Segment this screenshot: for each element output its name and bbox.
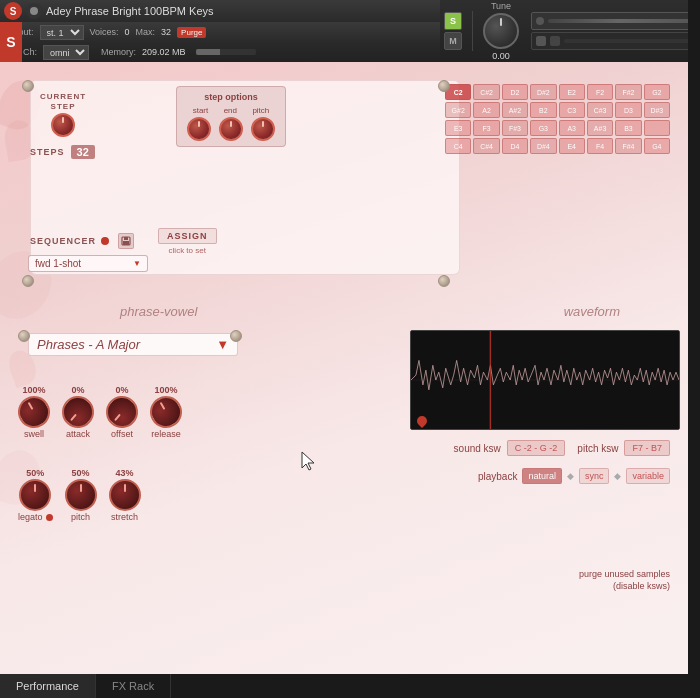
- playback-variable[interactable]: variable: [626, 468, 670, 484]
- offset-knob[interactable]: [99, 389, 144, 434]
- waveform-svg: [411, 331, 679, 429]
- step-options-labels: start end pitch: [185, 106, 277, 115]
- key-F3s[interactable]: F#3: [502, 120, 528, 136]
- current-step-knob[interactable]: [51, 113, 75, 137]
- key-C2s[interactable]: C#2: [473, 84, 499, 100]
- key-E4[interactable]: E4: [559, 138, 585, 154]
- key-C2[interactable]: C2: [445, 84, 471, 100]
- waveform-display: [410, 330, 680, 430]
- max-label: Max:: [136, 27, 156, 37]
- tab-fx-rack[interactable]: FX Rack: [96, 674, 171, 698]
- playback-sep1: ◆: [567, 471, 574, 481]
- m-button[interactable]: M: [444, 32, 462, 50]
- attack-knob-item: 0% attack: [62, 385, 94, 439]
- tab-performance[interactable]: Performance: [0, 674, 96, 698]
- legato-label: legato: [18, 512, 43, 522]
- attack-knob[interactable]: [55, 389, 100, 434]
- current-step-section: CURRENTSTEP: [40, 92, 86, 137]
- playback-row: playback natural ◆ sync ◆ variable: [478, 468, 670, 484]
- key-G2[interactable]: G2: [644, 84, 670, 100]
- pitch-knob[interactable]: [251, 117, 275, 141]
- key-D2s[interactable]: D#2: [530, 84, 556, 100]
- key-G4[interactable]: G4: [644, 138, 670, 154]
- tune-section: Tune 0.00: [483, 1, 519, 61]
- key-F2[interactable]: F2: [587, 84, 613, 100]
- release-knob[interactable]: [144, 390, 188, 434]
- swell-knob[interactable]: [12, 390, 56, 434]
- attack-pct: 0%: [71, 385, 84, 395]
- pitch-ksw-label: pitch ksw: [577, 443, 618, 454]
- key-B3[interactable]: B3: [615, 120, 641, 136]
- sequencer-row: SEQUENCER: [30, 233, 134, 249]
- assign-button[interactable]: ASSIGN: [158, 228, 217, 244]
- playback-label: playback: [478, 471, 517, 482]
- key-A3[interactable]: A3: [559, 120, 585, 136]
- stretch-pct: 43%: [116, 468, 134, 478]
- key-D4s[interactable]: D#4: [530, 138, 556, 154]
- pitch-label2: pitch: [252, 106, 269, 115]
- key-G3[interactable]: G3: [530, 120, 556, 136]
- key-B2[interactable]: B2: [530, 102, 556, 118]
- phrase-value: Phrases - A Major: [37, 337, 140, 352]
- key-F4[interactable]: F4: [587, 138, 613, 154]
- key-G2s[interactable]: G#2: [445, 102, 471, 118]
- key-E3[interactable]: E3: [445, 120, 471, 136]
- purge-button[interactable]: Purge: [177, 27, 206, 38]
- release-label: release: [151, 429, 181, 439]
- key-C3[interactable]: C3: [559, 102, 585, 118]
- output-select[interactable]: st. 1: [40, 25, 84, 40]
- offset-label: offset: [111, 429, 133, 439]
- tune-knob[interactable]: [483, 13, 519, 49]
- dropdown-arrow: ▼: [133, 259, 141, 268]
- cursor: [300, 450, 316, 476]
- s-button[interactable]: S: [444, 12, 462, 30]
- key-D3[interactable]: D3: [615, 102, 641, 118]
- legato-knob[interactable]: [19, 479, 51, 511]
- step-options-label: step options: [185, 92, 277, 102]
- sound-ksw-value[interactable]: C -2 - G -2: [507, 440, 566, 456]
- sound-ksw-row: sound ksw C -2 - G -2 pitch ksw F7 - B7: [454, 440, 670, 456]
- key-E2[interactable]: E2: [559, 84, 585, 100]
- mode-dropdown[interactable]: fwd 1-shot ▼: [28, 255, 148, 272]
- pitch-knob[interactable]: [65, 479, 97, 511]
- playback-sync[interactable]: sync: [579, 468, 610, 484]
- stretch-knob[interactable]: [109, 479, 141, 511]
- main-container: S Adey Phrase Bright 100BPM Keys ◀ ▶ i O…: [0, 0, 700, 698]
- voices-label: Voices:: [90, 27, 119, 37]
- midi-select[interactable]: omni: [43, 45, 89, 60]
- phrase-arrow: ▼: [216, 337, 229, 352]
- start-knob[interactable]: [187, 117, 211, 141]
- release-knob-item: 100% release: [150, 385, 182, 439]
- max-value: 32: [161, 27, 171, 37]
- key-F4s[interactable]: F#4: [615, 138, 641, 154]
- key-D4[interactable]: D4: [502, 138, 528, 154]
- key-D2[interactable]: D2: [502, 84, 528, 100]
- key-C4s[interactable]: C#4: [473, 138, 499, 154]
- voices-value: 0: [125, 27, 130, 37]
- start-label: start: [193, 106, 209, 115]
- key-C4[interactable]: C4: [445, 138, 471, 154]
- pitch-ksw-value[interactable]: F7 - B7: [624, 440, 670, 456]
- phrase-dropdown[interactable]: Phrases - A Major ▼: [28, 333, 238, 356]
- swell-knob-item: 100% swell: [18, 385, 50, 439]
- save-icon[interactable]: [118, 233, 134, 249]
- sound-ksw-label: sound ksw: [454, 443, 501, 454]
- end-knob[interactable]: [219, 117, 243, 141]
- assign-section: ASSIGN click to set: [158, 228, 217, 255]
- steps-label: STEPS: [30, 147, 65, 157]
- release-pct: 100%: [154, 385, 177, 395]
- steps-value: 32: [71, 145, 95, 159]
- key-C3s[interactable]: C#3: [587, 102, 613, 118]
- key-A3s[interactable]: A#3: [587, 120, 613, 136]
- key-F3[interactable]: F3: [473, 120, 499, 136]
- playback-natural[interactable]: natural: [522, 468, 562, 484]
- key-F2s[interactable]: F#2: [615, 84, 641, 100]
- sequencer-dot: [101, 237, 109, 245]
- key-A2s[interactable]: A#2: [502, 102, 528, 118]
- playback-sep2: ◆: [614, 471, 621, 481]
- side-logo: S: [0, 22, 22, 62]
- key-D3s[interactable]: D#3: [644, 102, 670, 118]
- key-A2[interactable]: A2: [473, 102, 499, 118]
- tune-value: 0.00: [492, 51, 510, 61]
- pin-br: [438, 275, 450, 287]
